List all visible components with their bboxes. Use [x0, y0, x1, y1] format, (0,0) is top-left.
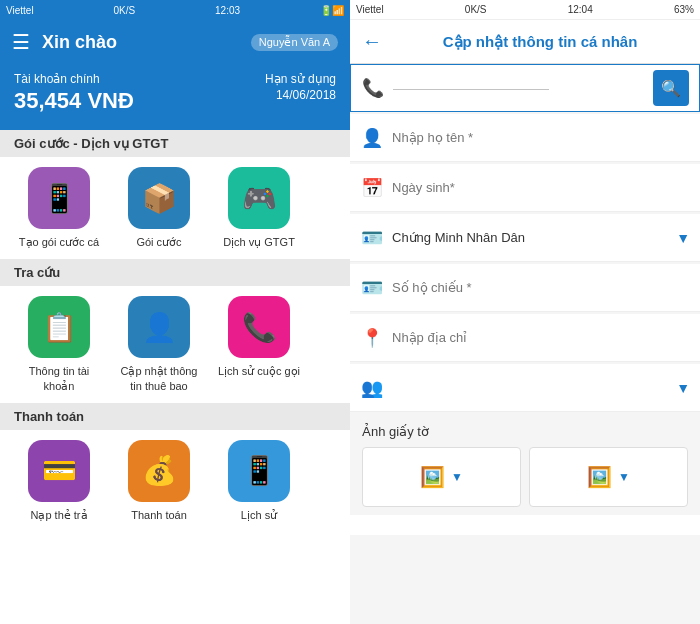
icon-item-lich-su-cuoc[interactable]: 📞 Lịch sử cuộc gọi — [214, 296, 304, 393]
lich-su-cuoc-label: Lịch sử cuộc gọi — [218, 364, 300, 378]
icon-grid-2: 📋 Thông tin tài khoản 👤 Cập nhật thông t… — [0, 286, 350, 403]
icon-item-tao-goi[interactable]: 📱 Tạo gói cước cá — [14, 167, 104, 249]
icon-item-lich-su-tt[interactable]: 📱 Lịch sử — [214, 440, 304, 522]
icon-item-dich-vu[interactable]: 🎮 Dịch vụ GTGT — [214, 167, 304, 249]
time-right: 12:04 — [568, 4, 593, 15]
account-main-label: Tài khoản chính — [14, 72, 100, 86]
time-left: 12:03 — [215, 5, 240, 16]
nap-the-icon: 💳 — [42, 454, 77, 487]
account-section: Tài khoản chính Hạn sử dụng 35,454 VNĐ 1… — [0, 64, 350, 130]
calendar-icon: 📅 — [360, 177, 384, 199]
thong-tin-label: Thông tin tài khoản — [14, 364, 104, 393]
person-icon: 👤 — [360, 127, 384, 149]
section-title-2: Tra cứu — [0, 259, 350, 286]
form-row-passport: 🪪 — [350, 264, 700, 312]
form-row-name: 👤 — [350, 114, 700, 162]
phone-search-button[interactable]: 🔍 — [653, 70, 689, 106]
lich-su-tt-label: Lịch sử — [241, 508, 277, 522]
thanh-toan-icon: 💰 — [142, 454, 177, 487]
name-input[interactable] — [392, 130, 690, 145]
icon-grid-1: 📱 Tạo gói cước cá 📦 Gói cước 🎮 Dịch vụ G… — [0, 157, 350, 259]
lich-su-cuoc-icon-box: 📞 — [228, 296, 290, 358]
section-title-1: Gói cước - Dịch vụ GTGT — [0, 130, 350, 157]
right-page-title: Cập nhật thông tin cá nhân — [392, 33, 688, 51]
photo-arrow-2: ▼ — [618, 470, 630, 484]
right-panel: Viettel 0K/S 12:04 63% ← Cập nhật thông … — [350, 0, 700, 624]
photo-icon-2: 🖼️ — [587, 465, 612, 489]
icon-item-goi-cuoc[interactable]: 📦 Gói cước — [114, 167, 204, 249]
icons-left: 🔋📶 — [320, 5, 344, 16]
form-row-dob: 📅 — [350, 164, 700, 212]
right-header: ← Cập nhật thông tin cá nhân — [350, 20, 700, 64]
photo-section-title: Ảnh giấy tờ — [362, 424, 688, 439]
left-header: ☰ Xin chào Nguyễn Văn A — [0, 20, 350, 64]
left-panel: Viettel 0K/S 12:03 🔋📶 ☰ Xin chào Nguyễn … — [0, 0, 350, 624]
account-amount: 35,454 VNĐ — [14, 88, 134, 114]
nap-the-icon-box: 💳 — [28, 440, 90, 502]
phone-row: 📞 ———————————— 🔍 — [350, 64, 700, 112]
goi-cuoc-icon: 📦 — [142, 182, 177, 215]
photo-box-1[interactable]: 🖼️ ▼ — [362, 447, 521, 507]
form-row-extra[interactable]: 👥 ▼ — [350, 364, 700, 412]
status-bar-left: Viettel 0K/S 12:03 🔋📶 — [0, 0, 350, 20]
lich-su-cuoc-icon: 📞 — [242, 311, 277, 344]
icon-item-cap-nhat[interactable]: 👤 Cập nhật thông tin thuê bao — [114, 296, 204, 393]
icon-item-thanh-toan[interactable]: 💰 Thanh toán — [114, 440, 204, 522]
dob-input[interactable] — [392, 180, 690, 195]
account-date: 14/06/2018 — [276, 88, 336, 114]
speed-left: 0K/S — [114, 5, 136, 16]
status-bar-right: Viettel 0K/S 12:04 63% — [350, 0, 700, 20]
icon-grid-3: 💳 Nạp thẻ trả 💰 Thanh toán 📱 Lịch sử — [0, 430, 350, 532]
bottom-spacer — [350, 515, 700, 535]
photo-icon-1: 🖼️ — [420, 465, 445, 489]
address-icon: 📍 — [360, 327, 384, 349]
goi-cuoc-icon-box: 📦 — [128, 167, 190, 229]
signal-right: Viettel — [356, 4, 384, 15]
battery-right: 63% — [674, 4, 694, 15]
extra-dropdown-arrow: ▼ — [676, 380, 690, 396]
tao-goi-label: Tạo gói cước cá — [19, 235, 99, 249]
cap-nhat-label: Cập nhật thông tin thuê bao — [114, 364, 204, 393]
dich-vu-icon: 🎮 — [242, 182, 277, 215]
user-chip: Nguyễn Văn A — [251, 34, 338, 51]
nap-the-label: Nạp thẻ trả — [30, 508, 87, 522]
thong-tin-icon: 📋 — [42, 311, 77, 344]
phone-placeholder-text: ———————————— — [393, 81, 645, 96]
address-input[interactable] — [392, 330, 690, 345]
photo-row: 🖼️ ▼ 🖼️ ▼ — [362, 447, 688, 507]
form-area: 📞 ———————————— 🔍 👤 📅 🪪 Chứng Minh Nhân D… — [350, 64, 700, 624]
speed-right: 0K/S — [465, 4, 487, 15]
menu-icon[interactable]: ☰ — [12, 30, 30, 54]
form-row-address: 📍 — [350, 314, 700, 362]
lich-su-tt-icon-box: 📱 — [228, 440, 290, 502]
photo-arrow-1: ▼ — [451, 470, 463, 484]
id-card-icon: 🪪 — [360, 227, 384, 249]
tao-goi-icon-box: 📱 — [28, 167, 90, 229]
passport-icon: 🪪 — [360, 277, 384, 299]
photo-section: Ảnh giấy tờ 🖼️ ▼ 🖼️ ▼ — [350, 414, 700, 513]
form-row-cmnd[interactable]: 🪪 Chứng Minh Nhân Dân ▼ — [350, 214, 700, 262]
icon-item-thong-tin[interactable]: 📋 Thông tin tài khoản — [14, 296, 104, 393]
thanh-toan-label: Thanh toán — [131, 508, 187, 522]
thanh-toan-icon-box: 💰 — [128, 440, 190, 502]
dich-vu-label: Dịch vụ GTGT — [223, 235, 295, 249]
cap-nhat-icon: 👤 — [142, 311, 177, 344]
lich-su-tt-icon: 📱 — [242, 454, 277, 487]
app-title: Xin chào — [42, 32, 239, 53]
signal-left: Viettel — [6, 5, 34, 16]
account-limit-label: Hạn sử dụng — [265, 72, 336, 86]
goi-cuoc-label: Gói cước — [136, 235, 181, 249]
section-title-3: Thanh toán — [0, 403, 350, 430]
icon-item-nap-the[interactable]: 💳 Nạp thẻ trả — [14, 440, 104, 522]
dich-vu-icon-box: 🎮 — [228, 167, 290, 229]
back-arrow-button[interactable]: ← — [362, 30, 382, 53]
group-icon: 👥 — [360, 377, 384, 399]
thong-tin-icon-box: 📋 — [28, 296, 90, 358]
tao-goi-icon: 📱 — [42, 182, 77, 215]
search-icon: 🔍 — [661, 79, 681, 98]
photo-box-2[interactable]: 🖼️ ▼ — [529, 447, 688, 507]
cmnd-dropdown-arrow: ▼ — [676, 230, 690, 246]
passport-input[interactable] — [392, 280, 690, 295]
cap-nhat-icon-box: 👤 — [128, 296, 190, 358]
phone-icon: 📞 — [361, 77, 385, 99]
